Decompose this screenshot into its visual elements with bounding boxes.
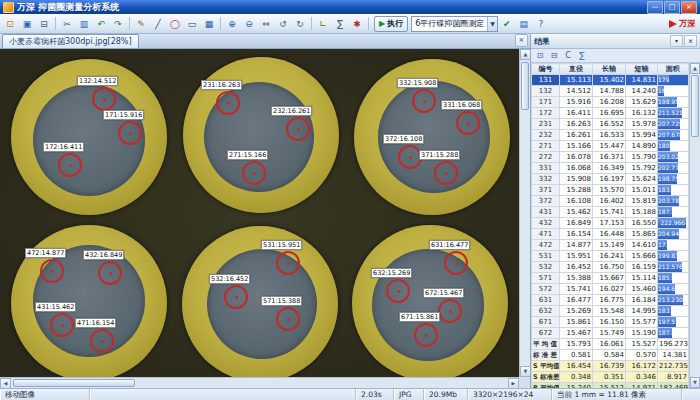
cell-value[interactable]: 16.208 [593,97,626,108]
cell-area[interactable]: 180.653 [658,141,689,152]
cell-value[interactable]: 15.819 [626,196,658,207]
cell-value[interactable]: 15.570 [593,185,626,196]
result-row[interactable]: 27115.16615.44714.890180.653 [532,141,689,152]
cell-id[interactable]: 231 [532,119,560,130]
cell-value[interactable]: 16.184 [626,295,658,306]
maximize-button[interactable]: □ [664,1,680,14]
result-row[interactable]: 37115.28815.57015.011183.569 [532,185,689,196]
settings-icon[interactable]: ✱ [349,16,365,32]
cell-value[interactable]: 15.624 [626,174,658,185]
cell-area[interactable]: 222.966 [658,218,689,229]
result-row[interactable]: 67115.86116.15015.577197.577 [532,317,689,328]
cell-id[interactable]: 372 [532,196,560,207]
image-tab[interactable]: 小麦赤霉病杆菌300dpi.jpg[28%] [2,34,139,48]
chevron-down-icon[interactable]: ▼ [487,17,497,31]
cell-area[interactable]: 204.948 [658,229,689,240]
cell-value[interactable]: 15.114 [626,273,658,284]
rect-tool-icon[interactable]: ▭ [184,16,200,32]
cell-value[interactable]: 14.788 [593,86,626,97]
cell-area[interactable]: 198.957 [658,97,689,108]
save-icon[interactable]: ▣ [19,16,35,32]
cell-id[interactable]: 131 [532,75,560,86]
cell-value[interactable]: 14.831 [626,75,658,86]
cell-area[interactable]: 198.757 [658,174,689,185]
cell-area[interactable]: 207.729 [658,119,689,130]
column-header-2[interactable]: 长轴 [593,64,626,75]
cell-value[interactable]: 15.916 [560,97,593,108]
rotate-left-icon[interactable]: ↺ [275,16,291,32]
circle-tool-icon[interactable]: ◯ [167,16,183,32]
cell-area[interactable]: 197.577 [658,317,689,328]
cell-value[interactable]: 16.159 [626,262,658,273]
cell-area[interactable]: 211.521 [658,108,689,119]
cell-id[interactable]: 571 [532,273,560,284]
result-row[interactable]: 37216.10816.40215.819203.786 [532,196,689,207]
cell-id[interactable]: 631 [532,295,560,306]
apply-icon[interactable]: ✔ [499,16,515,32]
cell-id[interactable]: 471 [532,229,560,240]
cell-value[interactable]: 16.695 [593,108,626,119]
rotate-right-icon[interactable]: ↻ [292,16,308,32]
cell-area[interactable]: 194.606 [658,284,689,295]
execute-button[interactable]: ▶ 执行 [374,16,408,32]
cell-value[interactable]: 15.666 [626,251,658,262]
cell-value[interactable]: 15.548 [593,306,626,317]
cell-value[interactable]: 15.978 [626,119,658,130]
result-row[interactable]: 53216.45216.75016.159212.576 [532,262,689,273]
cell-value[interactable]: 15.741 [593,207,626,218]
result-row[interactable]: 13115.11315.40214.831179.390 [532,75,689,86]
photo-canvas[interactable]: 132:14.512171:15.916172:16.411231:16.263… [0,49,519,377]
print-icon[interactable]: ⊟ [36,16,52,32]
cell-area[interactable]: 173.816 [658,240,689,251]
cell-value[interactable]: 16.349 [593,163,626,174]
scroll-right-arrow[interactable]: ▶ [508,378,519,388]
column-header-1[interactable]: 直径 [560,64,593,75]
help-icon[interactable]: ? [533,16,549,32]
cut-icon[interactable]: ✂ [59,16,75,32]
cell-value[interactable]: 15.951 [560,251,593,262]
cell-value[interactable]: 16.027 [593,284,626,295]
cell-value[interactable]: 15.190 [626,328,658,339]
cell-id[interactable]: 272 [532,152,560,163]
cell-value[interactable]: 15.994 [626,130,658,141]
result-row[interactable]: 17115.91616.20815.629198.957 [532,97,689,108]
cell-value[interactable]: 15.388 [560,273,593,284]
cell-value[interactable]: 15.865 [626,229,658,240]
cell-id[interactable]: 532 [532,262,560,273]
cell-value[interactable]: 16.411 [560,108,593,119]
cell-value[interactable]: 15.113 [560,75,593,86]
results-scroll-up-arrow[interactable]: ▲ [690,63,700,74]
clear-results-icon[interactable]: C [562,50,574,61]
cell-id[interactable]: 171 [532,97,560,108]
cell-value[interactable]: 16.078 [560,152,593,163]
viewer-horizontal-scrollbar[interactable]: ◀ ▶ [0,377,519,388]
result-row[interactable]: 47214.87715.14914.610173.816 [532,240,689,251]
cell-area[interactable]: 207.678 [658,130,689,141]
cell-value[interactable]: 15.749 [593,328,626,339]
cell-value[interactable]: 16.750 [593,262,626,273]
column-header-4[interactable]: 面积 [658,64,689,75]
cell-area[interactable]: 212.576 [658,262,689,273]
cell-id[interactable]: 572 [532,284,560,295]
result-row[interactable]: 67215.46715.74915.190187.887 [532,328,689,339]
redo-icon[interactable]: ↷ [110,16,126,32]
cell-value[interactable]: 16.241 [593,251,626,262]
print-results-icon[interactable]: ⊟ [548,50,560,61]
cell-value[interactable]: 15.861 [560,317,593,328]
cell-value[interactable]: 14.240 [626,86,658,97]
result-row[interactable]: 47116.15416.44815.865204.948 [532,229,689,240]
column-header-3[interactable]: 短轴 [626,64,658,75]
cell-value[interactable]: 15.467 [560,328,593,339]
cell-id[interactable]: 331 [532,163,560,174]
cell-value[interactable]: 14.610 [626,240,658,251]
open-image-icon[interactable]: ⊡ [2,16,18,32]
cell-value[interactable]: 14.890 [626,141,658,152]
result-row[interactable]: 17216.41116.69516.132211.521 [532,108,689,119]
pencil-icon[interactable]: ✎ [133,16,149,32]
cell-value[interactable]: 16.263 [560,119,593,130]
panel-close-icon[interactable]: × [684,35,697,47]
cell-value[interactable]: 16.533 [593,130,626,141]
export-results-icon[interactable]: ⊡ [534,50,546,61]
line-tool-icon[interactable]: ╱ [150,16,166,32]
cell-area[interactable]: 199.834 [658,251,689,262]
